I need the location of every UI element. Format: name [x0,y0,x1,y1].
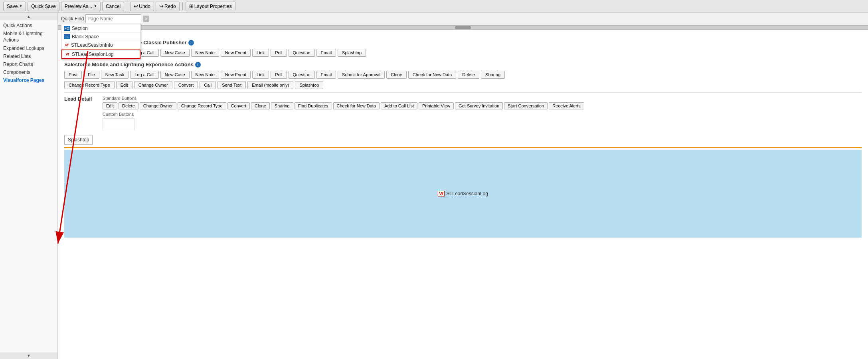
action-splashtop[interactable]: Splashtop [338,49,366,57]
ml-post[interactable]: Post [64,71,82,79]
ml-clone[interactable]: Clone [386,71,407,79]
ml-change-owner[interactable]: Change Owner [134,81,172,89]
std-change-owner[interactable]: Change Owner [140,102,176,109]
dropdown-item-blank-label: Blank Space [72,34,99,40]
toolbar: Save ▼ Quick Save Preview As... ▼ Cancel… [0,0,868,13]
quick-find-bar: Quick Find × +☰ Section +□ Blank Space V… [58,13,868,25]
std-sharing[interactable]: Sharing [271,102,293,109]
ml-sharing[interactable]: Sharing [481,71,505,79]
sidebar-item-quick-actions[interactable]: Quick Actions [0,22,57,30]
sidebar-item-components[interactable]: Components [0,68,57,76]
layout-editor: Quick Actions in the Salesforce Classic … [58,30,868,359]
orange-divider [64,147,862,148]
redo-icon: ↪ [159,3,164,9]
std-find-duplicates[interactable]: Find Duplicates [295,102,332,109]
custom-buttons-box [103,118,134,130]
vf-icon-info: Vf [64,43,69,48]
ml-email[interactable]: Email [316,71,336,79]
vf-component-icon: Vf [438,191,445,196]
ml-delete[interactable]: Delete [458,71,479,79]
mobile-lightning-title: Salesforce Mobile and Lightning Experien… [64,61,194,67]
ml-convert[interactable]: Convert [174,81,198,89]
sidebar-scroll-down[interactable]: ▼ [0,352,57,359]
quick-find-input[interactable] [85,14,141,23]
action-poll[interactable]: Poll [271,49,287,57]
ml-log-a-call[interactable]: Log a Call [130,71,159,79]
undo-button[interactable]: ↩ Undo [130,2,154,11]
ml-new-note[interactable]: New Note [191,71,219,79]
ml-submit-approval[interactable]: Submit for Approval [338,71,385,79]
dropdown-item-section-label: Section [72,26,88,31]
blank-space-icon: +□ [64,34,70,39]
preview-as-button[interactable]: Preview As... ▼ [61,2,101,11]
redo-button[interactable]: ↪ Redo [156,2,180,11]
action-email[interactable]: Email [316,49,336,57]
standard-buttons-panel: Standard Buttons Edit Delete Change Owne… [103,96,862,130]
ml-question[interactable]: Question [289,71,315,79]
ml-new-case[interactable]: New Case [160,71,190,79]
sidebar-item-mobile-lightning[interactable]: Mobile & LightningActions [0,30,57,44]
action-new-note[interactable]: New Note [191,49,219,57]
custom-buttons-label: Custom Buttons [103,112,862,117]
sidebar-item-visualforce-pages[interactable]: Visualforce Pages [0,76,57,84]
mobile-lightning-info-badge[interactable]: i [195,62,201,67]
ml-link[interactable]: Link [252,71,269,79]
splashtop-section[interactable]: Splashtop [64,135,93,145]
ml-splashtop[interactable]: Splashtop [295,81,323,89]
std-delete[interactable]: Delete [119,102,138,109]
std-add-to-call-list[interactable]: Add to Call List [381,102,417,109]
ml-new-event[interactable]: New Event [221,71,251,79]
dropdown-item-session-info-label: STLeadSessionInfo [71,42,113,48]
save-label: Save [7,4,18,9]
ml-edit[interactable]: Edit [116,81,132,89]
std-start-conversation[interactable]: Start Conversation [504,102,548,109]
classic-publisher-actions: Post File New Task Log a Call New Case N… [64,49,862,57]
ml-check-new-data[interactable]: Check for New Data [408,71,456,79]
save-button[interactable]: Save ▼ [3,2,26,11]
standard-buttons-label: Standard Buttons [103,96,862,101]
cancel-button[interactable]: Cancel [102,2,124,11]
classic-publisher-info-badge[interactable]: i [188,40,194,46]
ml-call[interactable]: Call [200,81,216,89]
blue-drop-area[interactable]: Vf STLeadSessionLog [64,150,862,238]
action-new-event[interactable]: New Event [221,49,251,57]
action-question[interactable]: Question [289,49,315,57]
mobile-lightning-header: Salesforce Mobile and Lightning Experien… [64,61,862,67]
sidebar-item-report-charts[interactable]: Report Charts [0,60,57,68]
action-new-case[interactable]: New Case [160,49,190,57]
lead-detail-label: Lead Detail [64,96,96,130]
sidebar-item-expanded-lookups[interactable]: Expanded Lookups [0,44,57,52]
quick-find-clear-button[interactable]: × [143,16,149,22]
std-clone[interactable]: Clone [251,102,270,109]
ml-change-record-type[interactable]: Change Record Type [64,81,115,89]
dropdown-item-section[interactable]: +☰ Section [61,24,140,33]
splashtop-row: Splashtop [64,133,862,145]
ml-file[interactable]: File [83,71,99,79]
std-get-survey-invitation[interactable]: Get Survey Invitation [455,102,503,109]
vf-component-label: STLeadSessionLog [446,191,488,196]
ml-send-text[interactable]: Send Text [217,81,246,89]
std-printable-view[interactable]: Printable View [419,102,454,109]
mobile-lightning-row2: Change Record Type Edit Change Owner Con… [64,81,862,89]
layout-scroll-bar[interactable] [58,25,868,30]
splashtop-label: Splashtop [68,137,89,143]
ml-new-task[interactable]: New Task [101,71,129,79]
quick-save-button[interactable]: Quick Save [28,2,59,11]
std-change-record-type[interactable]: Change Record Type [178,102,226,109]
std-receive-alerts[interactable]: Receive Alerts [549,102,584,109]
action-link[interactable]: Link [252,49,269,57]
std-edit[interactable]: Edit [103,102,117,109]
ml-poll[interactable]: Poll [271,71,287,79]
layout-properties-button[interactable]: ⊞ Layout Properties [186,2,235,11]
std-convert[interactable]: Convert [227,102,250,109]
ml-email-mobile[interactable]: Email (mobile only) [247,81,294,89]
std-check-new-data[interactable]: Check for New Data [333,102,380,109]
dropdown-panel: +☰ Section +□ Blank Space Vf STLeadSessi… [61,24,141,60]
sidebar-scroll-up[interactable]: ▲ [0,13,57,20]
preview-arrow-icon: ▼ [94,4,97,8]
undo-label: Undo [139,4,150,9]
dropdown-item-st-lead-session-info[interactable]: Vf STLeadSessionInfo [61,41,140,50]
dropdown-item-st-lead-session-log[interactable]: Vf STLeadSessionLog [61,50,140,59]
sidebar-item-related-lists[interactable]: Related Lists [0,52,57,60]
dropdown-item-blank-space[interactable]: +□ Blank Space [61,33,140,41]
